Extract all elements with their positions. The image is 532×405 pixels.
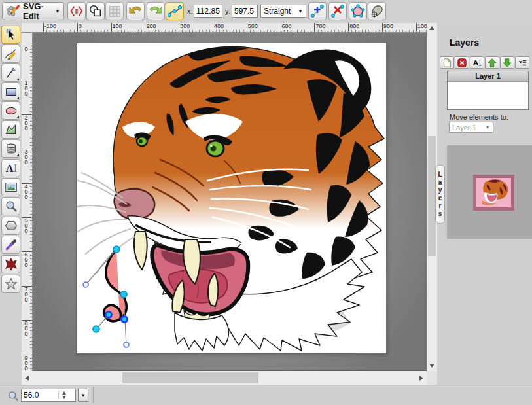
y-coordinate-input[interactable] [232,5,258,18]
tiger-nose [115,189,155,219]
delete-layer-icon [457,58,467,68]
canvas-artwork[interactable] [77,43,386,353]
new-layer-icon [442,58,452,68]
horizontal-scrollbar[interactable] [22,371,427,385]
path-tool-button[interactable] [1,120,20,139]
ruler-tick-label: 200 [145,23,156,29]
ruler-tick-label: 200 [23,114,29,130]
layers-panel-toggle-tab[interactable]: Layers [435,165,445,224]
shape-library-button[interactable] [1,139,20,158]
svg-text:A: A [5,162,13,175]
arrow-up-icon [429,26,434,30]
ellipse-tool-button[interactable] [1,101,20,120]
layer-thumbnail [473,175,514,211]
x-coordinate-input[interactable] [194,5,222,18]
layer-menu-icon [517,58,527,68]
new-layer-button[interactable] [440,56,454,69]
path-node [113,246,120,253]
layers-panel-title: Layers [450,37,479,48]
path-edit-overlay[interactable] [83,246,129,347]
polygon-tool-button[interactable] [1,217,20,235]
wireframe-button[interactable] [86,2,105,20]
workspace[interactable] [33,33,427,371]
star-shape-icon [4,277,18,291]
path-nodes-icon [167,3,183,19]
ruler-tick-label: -100 [43,23,56,29]
pencil-tool-button[interactable] [1,44,20,63]
source-code-button[interactable] [67,2,86,20]
rename-layer-icon: A [472,58,482,68]
main-menu-button[interactable]: SVG-Edit ▼ [2,2,64,20]
horizontal-scrollbar-thumb[interactable] [122,372,258,383]
scroll-left-button[interactable] [22,371,32,385]
grid-icon [107,4,122,18]
path-node [120,291,127,298]
app-logo-icon [6,3,20,20]
zoom-icon [7,389,20,402]
move-target-value: Layer 1 [452,124,476,132]
scroll-up-button[interactable] [427,23,437,33]
move-layer-up-button[interactable] [485,56,499,69]
select-tool-icon [4,27,18,42]
delete-layer-button[interactable] [455,56,469,69]
starburst-shape-button[interactable] [1,255,20,273]
add-node-icon [310,3,325,19]
arrow-right-icon [419,376,423,381]
svg-edit-app: SVG-Edit ▼ [0,0,532,405]
ruler-tick-label: 600 [281,23,292,29]
line-tool-button[interactable] [1,63,20,82]
grid-button[interactable] [105,2,124,20]
text-tool-icon: A [4,161,18,175]
image-tool-button[interactable] [1,178,20,196]
layer-down-icon [502,58,512,68]
ruler-tick-label: 0 [77,23,82,29]
ruler-tick-label: 0 [23,46,29,51]
select-tool-button[interactable] [1,26,20,44]
ellipse-tool-icon [4,103,18,118]
undo-button[interactable] [126,2,145,20]
image-tool-icon [4,180,18,194]
ruler-tick-label: 100 [111,23,122,29]
segment-type-value: Straight [264,7,291,16]
control-point [83,282,88,287]
move-elements-select[interactable]: Layer 1 ▼ [449,122,493,133]
zoom-tool-button[interactable] [1,197,20,215]
layer-buttons-row: A [440,56,529,69]
layer-more-button[interactable] [515,56,529,69]
layer-row-selected[interactable]: Layer 1 [448,71,528,82]
svg-text:A: A [473,59,479,67]
redo-icon [148,3,164,19]
left-toolbar: A [0,23,22,385]
zoom-tool-icon [4,199,18,213]
open-path-button[interactable] [368,2,386,20]
zoom-level-input[interactable] [22,391,58,400]
delete-node-icon [330,3,346,19]
scroll-right-button[interactable] [416,371,427,385]
ruler-tick-label: 300 [23,149,29,164]
eyedropper-tool-button[interactable] [1,236,20,254]
drawing-canvas[interactable] [77,43,386,353]
ruler-tick-label: 800 [23,320,29,336]
rectangle-tool-button[interactable] [1,82,20,101]
segment-type-select[interactable]: Straight ▼ [260,5,306,18]
ruler-tick-label: 300 [179,23,190,29]
layer-thumbnail-image [476,178,511,207]
rename-layer-button[interactable]: A [470,56,484,69]
add-node-button[interactable] [308,2,327,20]
ruler-tick-label: 500 [247,23,258,29]
ruler-tick-label: 900 [382,23,393,29]
star-tool-button[interactable] [1,275,20,293]
text-tool-button[interactable]: A [1,159,20,177]
zoom-preset-dropdown[interactable]: ▼ [78,389,88,402]
rectangle-tool-icon [4,84,18,99]
spin-up-icon [62,391,66,395]
top-toolbar: SVG-Edit ▼ [0,0,532,23]
zoom-spinner[interactable] [58,391,69,399]
delete-node-button[interactable] [328,2,347,20]
redo-button[interactable] [147,2,165,20]
close-path-button[interactable] [349,2,367,20]
move-layer-down-button[interactable] [500,56,514,69]
scroll-down-button[interactable] [427,361,437,371]
edit-path-tool-button[interactable] [166,2,184,20]
selected-path-node [122,317,128,323]
